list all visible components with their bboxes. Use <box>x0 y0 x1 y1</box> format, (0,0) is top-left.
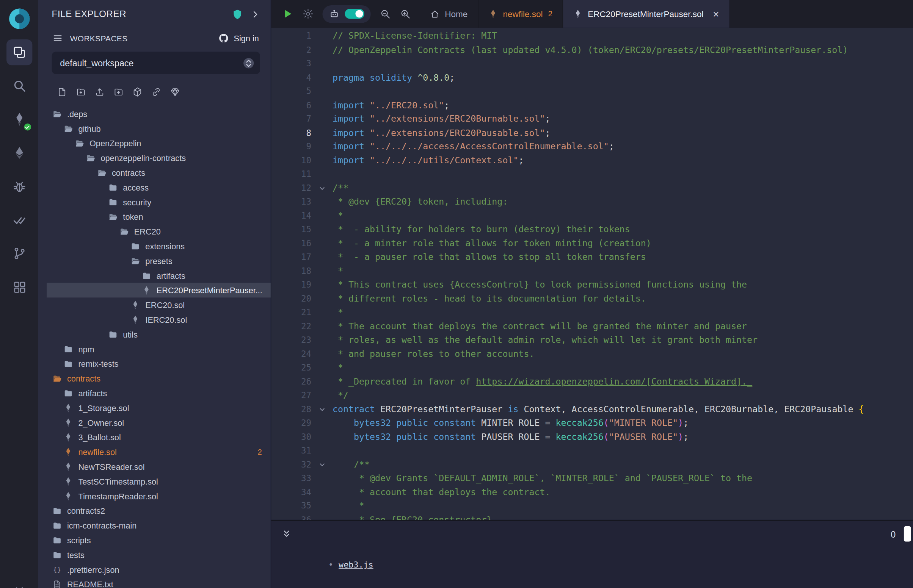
tree-item-prettierrc-json[interactable]: {}.prettierrc.json <box>38 562 271 577</box>
hamburger-menu-icon[interactable] <box>52 33 63 44</box>
code-line-15[interactable]: 15 * - ability for holders to burn (dest… <box>271 223 913 236</box>
tree-item-icm-contracts-main[interactable]: icm-contracts-main <box>38 518 271 533</box>
close-tab-icon[interactable]: × <box>713 9 719 19</box>
code-line-8[interactable]: 8 import "../extensions/ERC20Pausable.so… <box>271 126 913 140</box>
tree-item-utils[interactable]: utils <box>38 327 271 342</box>
activity-remix-logo[interactable] <box>6 6 32 32</box>
sign-in-button[interactable]: Sign in <box>219 33 259 44</box>
zoom-out-button[interactable] <box>380 8 390 19</box>
code-line-29[interactable]: 29 bytes32 public constant MINTER_ROLE =… <box>271 417 913 430</box>
tree-item-erc20presetminterpauser[interactable]: ERC20PresetMinterPauser... <box>38 283 271 298</box>
zoom-in-button[interactable] <box>400 8 411 19</box>
script-config-button[interactable] <box>303 8 314 19</box>
workspace-select[interactable]: default_workspace <box>52 52 260 74</box>
new-folder-button[interactable] <box>76 87 86 97</box>
tree-item-presets[interactable]: presets <box>38 254 271 268</box>
tree-item-npm[interactable]: npm <box>38 342 271 357</box>
code-line-1[interactable]: 1 // SPDX-License-Identifier: MIT <box>271 29 913 43</box>
tree-item-openzeppelin[interactable]: OpenZeppelin <box>38 136 271 151</box>
code-line-12[interactable]: 12 /** <box>271 181 913 195</box>
activity-git[interactable] <box>6 241 32 267</box>
new-file-button[interactable] <box>57 87 67 97</box>
code-line-16[interactable]: 16 * - a minter role that allows for tok… <box>271 237 913 250</box>
code-line-3[interactable]: 3 <box>271 57 913 71</box>
tree-item-2-owner-sol[interactable]: 2_Owner.sol <box>38 415 271 430</box>
chevron-right-icon[interactable] <box>250 9 260 19</box>
fold-chevron-icon[interactable] <box>311 402 332 416</box>
activity-debugger[interactable] <box>6 173 32 199</box>
tree-item-extensions[interactable]: extensions <box>38 239 271 254</box>
code-line-24[interactable]: 24 * and pauser roles to other accounts. <box>271 347 913 361</box>
tree-item-newfile-sol[interactable]: newfile.sol 2 <box>38 444 271 459</box>
activity-deploy-and-run[interactable] <box>6 140 32 166</box>
tree-item-ierc20-sol[interactable]: IERC20.sol <box>38 312 271 327</box>
code-line-22[interactable]: 22 * The account that deploys the contra… <box>271 320 913 333</box>
ai-copilot-toggle[interactable] <box>345 9 364 19</box>
publish-workspace-button[interactable] <box>170 87 180 97</box>
tree-item-newtsreader-sol[interactable]: NewTSReader.sol <box>38 459 271 474</box>
fold-chevron-icon[interactable] <box>311 458 332 471</box>
code-line-25[interactable]: 25 * <box>271 361 913 375</box>
code-line-34[interactable]: 34 * account that deploys the contract. <box>271 485 913 499</box>
code-line-7[interactable]: 7 import "../extensions/ERC20Burnable.so… <box>271 112 913 126</box>
tree-item-erc20-sol[interactable]: ERC20.sol <box>38 297 271 312</box>
tree-item-deps[interactable]: .deps <box>38 107 271 121</box>
code-line-9[interactable]: 9 import "../../../access/AccessControlE… <box>271 140 913 153</box>
tree-item-access[interactable]: access <box>38 180 271 195</box>
code-line-2[interactable]: 2 // OpenZeppelin Contracts (last update… <box>271 43 913 57</box>
code-line-31[interactable]: 31 <box>271 444 913 458</box>
code-line-27[interactable]: 27 */ <box>271 389 913 402</box>
tab-home[interactable]: Home <box>420 0 478 27</box>
terminal-scroll-handle[interactable] <box>904 526 911 541</box>
activity-search[interactable] <box>6 73 32 99</box>
tab-erc20presetminterpauser-sol[interactable]: ERC20PresetMinterPauser.sol × <box>563 0 730 27</box>
code-line-36[interactable]: 36 * See {ERC20-constructor}. <box>271 513 913 520</box>
tree-item-timestampreader-sol[interactable]: TimestampReader.sol <box>38 489 271 504</box>
tree-item-remix-tests[interactable]: remix-tests <box>38 357 271 371</box>
tree-item-security[interactable]: security <box>38 195 271 210</box>
upload-file-button[interactable] <box>95 87 105 97</box>
code-line-33[interactable]: 33 * @dev Grants `DEFAULT_ADMIN_ROLE`, `… <box>271 472 913 485</box>
upload-folder-button[interactable] <box>114 87 124 97</box>
code-line-32[interactable]: 32 /** <box>271 458 913 471</box>
tree-item-tests[interactable]: tests <box>38 548 271 562</box>
tree-item-testsctimestamp-sol[interactable]: TestSCTimestamp.sol <box>38 474 271 489</box>
tree-item-token[interactable]: token <box>38 210 271 224</box>
activity-plugin-manager[interactable] <box>6 274 32 300</box>
tree-item-github[interactable]: github <box>38 121 271 136</box>
code-line-18[interactable]: 18 * <box>271 265 913 278</box>
tree-item-openzeppelin-contracts[interactable]: openzeppelin-contracts <box>38 150 271 165</box>
tree-item-3-ballot-sol[interactable]: 3_Ballot.sol <box>38 430 271 445</box>
code-line-28[interactable]: 28 contract ERC20PresetMinterPauser is C… <box>271 402 913 416</box>
code-line-23[interactable]: 23 * roles, as well as the default admin… <box>271 333 913 347</box>
code-line-10[interactable]: 10 import "../../../utils/Context.sol"; <box>271 154 913 168</box>
terminal-expand-button[interactable] <box>281 528 292 539</box>
tree-item-contracts2[interactable]: contracts2 <box>38 504 271 518</box>
code-line-20[interactable]: 20 * different roles - head to its docum… <box>271 292 913 306</box>
tree-item-contracts[interactable]: contracts <box>38 165 271 180</box>
tree-item-contracts[interactable]: contracts <box>38 371 271 386</box>
tree-item-erc20[interactable]: ERC20 <box>38 224 271 239</box>
tree-item-1-storage-sol[interactable]: 1_Storage.sol <box>38 401 271 415</box>
tree-item-readme-txt[interactable]: README.txt <box>38 577 271 588</box>
terminal-item[interactable]: •ethers.js <box>293 582 913 588</box>
tree-item-artifacts[interactable]: artifacts <box>38 386 271 401</box>
load-library-button[interactable] <box>132 87 142 97</box>
run-button[interactable] <box>281 8 294 20</box>
code-line-13[interactable]: 13 * @dev {ERC20} token, including: <box>271 195 913 209</box>
tree-item-artifacts[interactable]: artifacts <box>38 268 271 283</box>
import-from-url-button[interactable] <box>151 87 161 97</box>
code-line-11[interactable]: 11 <box>271 168 913 181</box>
activity-file-explorer[interactable] <box>6 39 32 65</box>
code-line-35[interactable]: 35 * <box>271 499 913 513</box>
workspace-switch-icon[interactable] <box>242 57 255 69</box>
code-line-21[interactable]: 21 * <box>271 306 913 319</box>
code-line-14[interactable]: 14 * <box>271 209 913 223</box>
activity-solidity-compiler[interactable] <box>6 107 32 132</box>
code-line-4[interactable]: 4 pragma solidity ^0.8.0; <box>271 71 913 84</box>
fold-chevron-icon[interactable] <box>311 181 332 195</box>
tab-newfile-sol[interactable]: newfile.sol 2 <box>478 0 563 27</box>
code-line-26[interactable]: 26 * _Deprecated in favor of https://wiz… <box>271 375 913 388</box>
code-line-5[interactable]: 5 <box>271 84 913 98</box>
code-line-6[interactable]: 6 import "../ERC20.sol"; <box>271 99 913 112</box>
